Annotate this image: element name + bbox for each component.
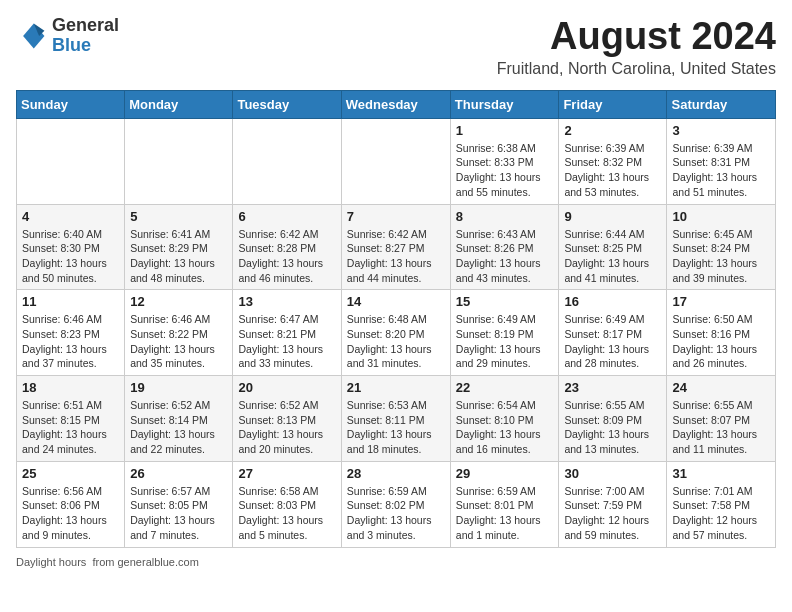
calendar-cell: 25Sunrise: 6:56 AM Sunset: 8:06 PM Dayli…	[17, 461, 125, 547]
calendar-cell: 1Sunrise: 6:38 AM Sunset: 8:33 PM Daylig…	[450, 118, 559, 204]
day-info: Sunrise: 6:41 AM Sunset: 8:29 PM Dayligh…	[130, 227, 227, 286]
day-number: 22	[456, 380, 554, 395]
day-number: 19	[130, 380, 227, 395]
logo: General Blue	[16, 16, 119, 56]
calendar-cell: 16Sunrise: 6:49 AM Sunset: 8:17 PM Dayli…	[559, 290, 667, 376]
day-number: 18	[22, 380, 119, 395]
day-number: 23	[564, 380, 661, 395]
calendar-week-1: 4Sunrise: 6:40 AM Sunset: 8:30 PM Daylig…	[17, 204, 776, 290]
calendar-cell: 30Sunrise: 7:00 AM Sunset: 7:59 PM Dayli…	[559, 461, 667, 547]
day-info: Sunrise: 6:42 AM Sunset: 8:28 PM Dayligh…	[238, 227, 335, 286]
calendar-cell: 24Sunrise: 6:55 AM Sunset: 8:07 PM Dayli…	[667, 376, 776, 462]
day-number: 24	[672, 380, 770, 395]
day-number: 21	[347, 380, 445, 395]
calendar-cell: 3Sunrise: 6:39 AM Sunset: 8:31 PM Daylig…	[667, 118, 776, 204]
day-info: Sunrise: 6:59 AM Sunset: 8:01 PM Dayligh…	[456, 484, 554, 543]
day-number: 2	[564, 123, 661, 138]
calendar: SundayMondayTuesdayWednesdayThursdayFrid…	[16, 90, 776, 548]
day-info: Sunrise: 6:47 AM Sunset: 8:21 PM Dayligh…	[238, 312, 335, 371]
calendar-cell	[125, 118, 233, 204]
day-info: Sunrise: 6:49 AM Sunset: 8:19 PM Dayligh…	[456, 312, 554, 371]
calendar-header-sunday: Sunday	[17, 90, 125, 118]
day-info: Sunrise: 6:52 AM Sunset: 8:14 PM Dayligh…	[130, 398, 227, 457]
calendar-cell: 9Sunrise: 6:44 AM Sunset: 8:25 PM Daylig…	[559, 204, 667, 290]
calendar-cell	[233, 118, 341, 204]
day-number: 8	[456, 209, 554, 224]
calendar-week-3: 18Sunrise: 6:51 AM Sunset: 8:15 PM Dayli…	[17, 376, 776, 462]
logo-general-text: General	[52, 15, 119, 35]
header: General Blue August 2024 Fruitland, Nort…	[16, 16, 776, 78]
day-number: 27	[238, 466, 335, 481]
day-number: 30	[564, 466, 661, 481]
calendar-cell	[17, 118, 125, 204]
day-info: Sunrise: 6:51 AM Sunset: 8:15 PM Dayligh…	[22, 398, 119, 457]
calendar-cell: 19Sunrise: 6:52 AM Sunset: 8:14 PM Dayli…	[125, 376, 233, 462]
day-number: 25	[22, 466, 119, 481]
day-number: 29	[456, 466, 554, 481]
day-info: Sunrise: 6:52 AM Sunset: 8:13 PM Dayligh…	[238, 398, 335, 457]
day-info: Sunrise: 6:55 AM Sunset: 8:09 PM Dayligh…	[564, 398, 661, 457]
calendar-cell: 31Sunrise: 7:01 AM Sunset: 7:58 PM Dayli…	[667, 461, 776, 547]
calendar-cell: 5Sunrise: 6:41 AM Sunset: 8:29 PM Daylig…	[125, 204, 233, 290]
day-info: Sunrise: 6:42 AM Sunset: 8:27 PM Dayligh…	[347, 227, 445, 286]
calendar-cell: 28Sunrise: 6:59 AM Sunset: 8:02 PM Dayli…	[341, 461, 450, 547]
day-number: 11	[22, 294, 119, 309]
day-number: 17	[672, 294, 770, 309]
day-number: 4	[22, 209, 119, 224]
calendar-cell: 12Sunrise: 6:46 AM Sunset: 8:22 PM Dayli…	[125, 290, 233, 376]
source: generalblue.com	[118, 556, 199, 568]
day-number: 10	[672, 209, 770, 224]
calendar-cell: 13Sunrise: 6:47 AM Sunset: 8:21 PM Dayli…	[233, 290, 341, 376]
calendar-cell: 15Sunrise: 6:49 AM Sunset: 8:19 PM Dayli…	[450, 290, 559, 376]
day-number: 14	[347, 294, 445, 309]
day-number: 16	[564, 294, 661, 309]
day-info: Sunrise: 7:01 AM Sunset: 7:58 PM Dayligh…	[672, 484, 770, 543]
day-number: 6	[238, 209, 335, 224]
month-year: August 2024	[497, 16, 776, 58]
day-info: Sunrise: 6:46 AM Sunset: 8:22 PM Dayligh…	[130, 312, 227, 371]
calendar-week-0: 1Sunrise: 6:38 AM Sunset: 8:33 PM Daylig…	[17, 118, 776, 204]
calendar-cell: 18Sunrise: 6:51 AM Sunset: 8:15 PM Dayli…	[17, 376, 125, 462]
day-info: Sunrise: 6:48 AM Sunset: 8:20 PM Dayligh…	[347, 312, 445, 371]
day-number: 28	[347, 466, 445, 481]
day-number: 20	[238, 380, 335, 395]
calendar-header-friday: Friday	[559, 90, 667, 118]
day-info: Sunrise: 6:40 AM Sunset: 8:30 PM Dayligh…	[22, 227, 119, 286]
day-info: Sunrise: 6:53 AM Sunset: 8:11 PM Dayligh…	[347, 398, 445, 457]
day-info: Sunrise: 6:44 AM Sunset: 8:25 PM Dayligh…	[564, 227, 661, 286]
calendar-cell: 26Sunrise: 6:57 AM Sunset: 8:05 PM Dayli…	[125, 461, 233, 547]
calendar-cell: 29Sunrise: 6:59 AM Sunset: 8:01 PM Dayli…	[450, 461, 559, 547]
day-number: 31	[672, 466, 770, 481]
calendar-week-2: 11Sunrise: 6:46 AM Sunset: 8:23 PM Dayli…	[17, 290, 776, 376]
day-info: Sunrise: 6:50 AM Sunset: 8:16 PM Dayligh…	[672, 312, 770, 371]
calendar-header-saturday: Saturday	[667, 90, 776, 118]
day-number: 13	[238, 294, 335, 309]
day-number: 5	[130, 209, 227, 224]
calendar-cell: 27Sunrise: 6:58 AM Sunset: 8:03 PM Dayli…	[233, 461, 341, 547]
calendar-cell: 8Sunrise: 6:43 AM Sunset: 8:26 PM Daylig…	[450, 204, 559, 290]
calendar-cell	[341, 118, 450, 204]
day-info: Sunrise: 6:39 AM Sunset: 8:32 PM Dayligh…	[564, 141, 661, 200]
calendar-cell: 21Sunrise: 6:53 AM Sunset: 8:11 PM Dayli…	[341, 376, 450, 462]
footer-note: Daylight hours from generalblue.com	[16, 556, 776, 568]
day-info: Sunrise: 6:55 AM Sunset: 8:07 PM Dayligh…	[672, 398, 770, 457]
day-number: 9	[564, 209, 661, 224]
day-info: Sunrise: 6:46 AM Sunset: 8:23 PM Dayligh…	[22, 312, 119, 371]
calendar-week-4: 25Sunrise: 6:56 AM Sunset: 8:06 PM Dayli…	[17, 461, 776, 547]
day-info: Sunrise: 6:49 AM Sunset: 8:17 PM Dayligh…	[564, 312, 661, 371]
day-info: Sunrise: 6:57 AM Sunset: 8:05 PM Dayligh…	[130, 484, 227, 543]
title-area: August 2024 Fruitland, North Carolina, U…	[497, 16, 776, 78]
calendar-cell: 7Sunrise: 6:42 AM Sunset: 8:27 PM Daylig…	[341, 204, 450, 290]
daylight-label: Daylight hours	[16, 556, 86, 568]
calendar-header-tuesday: Tuesday	[233, 90, 341, 118]
logo-blue-text: Blue	[52, 35, 91, 55]
day-info: Sunrise: 6:59 AM Sunset: 8:02 PM Dayligh…	[347, 484, 445, 543]
calendar-cell: 4Sunrise: 6:40 AM Sunset: 8:30 PM Daylig…	[17, 204, 125, 290]
day-info: Sunrise: 6:56 AM Sunset: 8:06 PM Dayligh…	[22, 484, 119, 543]
calendar-cell: 6Sunrise: 6:42 AM Sunset: 8:28 PM Daylig…	[233, 204, 341, 290]
day-info: Sunrise: 6:38 AM Sunset: 8:33 PM Dayligh…	[456, 141, 554, 200]
day-info: Sunrise: 6:54 AM Sunset: 8:10 PM Dayligh…	[456, 398, 554, 457]
day-number: 3	[672, 123, 770, 138]
day-number: 15	[456, 294, 554, 309]
calendar-header-thursday: Thursday	[450, 90, 559, 118]
